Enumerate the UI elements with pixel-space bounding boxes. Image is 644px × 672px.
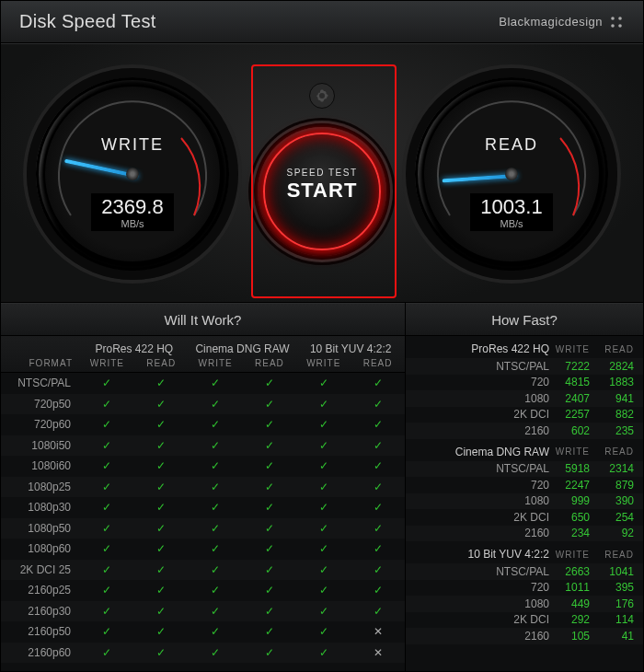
support-cell: ✓: [134, 377, 189, 389]
support-cell: ✓: [351, 481, 405, 493]
write-speed: 234: [555, 527, 599, 539]
check-icon: ✓: [211, 439, 220, 452]
brand-logo-icon: [608, 14, 625, 30]
speed-row: 72048151883: [406, 375, 643, 391]
read-unit: MB/s: [477, 218, 546, 229]
check-icon: ✓: [102, 398, 111, 411]
check-icon: ✓: [211, 398, 220, 411]
svg-point-2: [611, 24, 615, 28]
brand-text: Blackmagicdesign: [499, 15, 603, 29]
support-cell: ✓: [242, 377, 296, 389]
check-icon: ✓: [319, 377, 328, 389]
check-icon: ✓: [211, 459, 220, 472]
check-icon: ✓: [156, 418, 166, 431]
read-speed: 395: [599, 581, 643, 594]
speed-label: 1080: [406, 494, 555, 507]
read-speed: 2824: [599, 360, 643, 373]
check-icon: ✓: [102, 459, 111, 472]
check-icon: ✓: [374, 459, 383, 472]
write-speed: 650: [555, 511, 599, 524]
write-speed: 292: [555, 613, 599, 626]
support-cell: ✓: [189, 459, 243, 472]
support-cell: ✓: [80, 522, 134, 535]
check-icon: ✓: [102, 439, 111, 452]
app-title: Disk Speed Test: [19, 11, 156, 32]
check-icon: ✓: [319, 542, 328, 555]
write-gauge: WRITE 2369.8 MB/s: [27, 68, 238, 280]
check-icon: ✓: [374, 481, 383, 493]
format-row: NTSC/PAL✓✓✓✓✓✓: [1, 373, 405, 394]
support-cell: ✓: [296, 563, 351, 576]
check-icon: ✓: [319, 563, 328, 576]
read-header: READ: [243, 358, 297, 368]
check-icon: ✓: [265, 398, 274, 411]
read-speed: 941: [599, 392, 643, 405]
read-header: READ: [599, 550, 643, 560]
check-icon: ✓: [265, 501, 274, 514]
speed-label: 720: [406, 376, 555, 388]
format-header: FORMAT: [1, 358, 80, 368]
support-cell: ✓: [242, 501, 296, 514]
read-header: READ: [599, 446, 643, 457]
check-icon: ✓: [156, 584, 166, 597]
speed-label: 1080: [406, 597, 555, 610]
read-gauge-readout: 1003.1 MB/s: [470, 193, 553, 231]
read-speed: 92: [599, 527, 643, 539]
support-cell: ✓: [134, 542, 189, 555]
check-icon: ✓: [265, 418, 274, 431]
check-icon: ✓: [265, 542, 274, 555]
speed-row: 10802407941: [406, 390, 643, 407]
support-cell: ✓: [351, 542, 405, 555]
support-cell: ✓: [189, 501, 243, 514]
support-cell: ✓: [351, 418, 405, 431]
support-cell: ✓: [296, 584, 351, 597]
speed-group-header: ProRes 422 HQWRITEREAD: [406, 340, 643, 358]
format-label: 1080p25: [1, 481, 80, 493]
format-row: 1080i60✓✓✓✓✓✓: [1, 456, 405, 477]
write-speed: 4815: [555, 376, 599, 388]
speed-row: NTSC/PAL72222824: [406, 358, 643, 375]
format-row: 720p50✓✓✓✓✓✓: [1, 394, 405, 415]
check-icon: ✓: [319, 625, 328, 638]
speed-label: NTSC/PAL: [406, 565, 555, 578]
highlight-box: [251, 64, 397, 298]
will-it-work-panel: Will It Work? FORMAT ProRes 422 HQWRITER…: [1, 303, 406, 671]
check-icon: ✓: [156, 522, 166, 535]
write-gauge-label: WRITE: [101, 135, 164, 155]
support-cell: ✓: [351, 605, 405, 618]
check-icon: ✓: [156, 481, 166, 493]
support-cell: ✓: [351, 501, 405, 514]
codec-header: Cinema DNG RAW: [189, 342, 297, 355]
read-gauge-label: READ: [485, 135, 538, 155]
format-row: 2160p60✓✓✓✓✓✕: [1, 643, 405, 664]
read-speed: 879: [599, 479, 643, 492]
write-unit: MB/s: [98, 218, 167, 229]
support-cell: ✓: [134, 418, 189, 431]
x-icon: ✕: [374, 625, 383, 638]
svg-point-0: [611, 17, 615, 20]
check-icon: ✓: [156, 398, 166, 411]
check-icon: ✓: [211, 481, 220, 493]
check-icon: ✓: [265, 481, 274, 493]
support-cell: ✓: [80, 625, 134, 638]
support-cell: ✓: [80, 584, 134, 597]
write-speed: 449: [555, 597, 599, 610]
app-window: Disk Speed Test Blackmagicdesign WRITE: [0, 0, 644, 672]
format-label: 2160p50: [1, 625, 80, 638]
speed-label: NTSC/PAL: [406, 360, 555, 373]
read-speed: 1041: [599, 565, 643, 578]
check-icon: ✓: [265, 563, 274, 576]
check-icon: ✓: [156, 439, 166, 452]
check-icon: ✓: [156, 605, 166, 618]
support-cell: ✓: [242, 439, 296, 452]
check-icon: ✓: [319, 605, 328, 618]
write-speed: 2407: [555, 392, 599, 405]
support-cell: ✓: [134, 501, 189, 514]
read-header: READ: [134, 358, 189, 368]
support-cell: ✓: [296, 646, 351, 659]
support-cell: ✓: [296, 522, 351, 535]
write-gauge-readout: 2369.8 MB/s: [91, 193, 174, 231]
check-icon: ✓: [211, 646, 220, 659]
speed-row: 2K DCI292114: [406, 612, 643, 629]
check-icon: ✓: [265, 459, 274, 472]
